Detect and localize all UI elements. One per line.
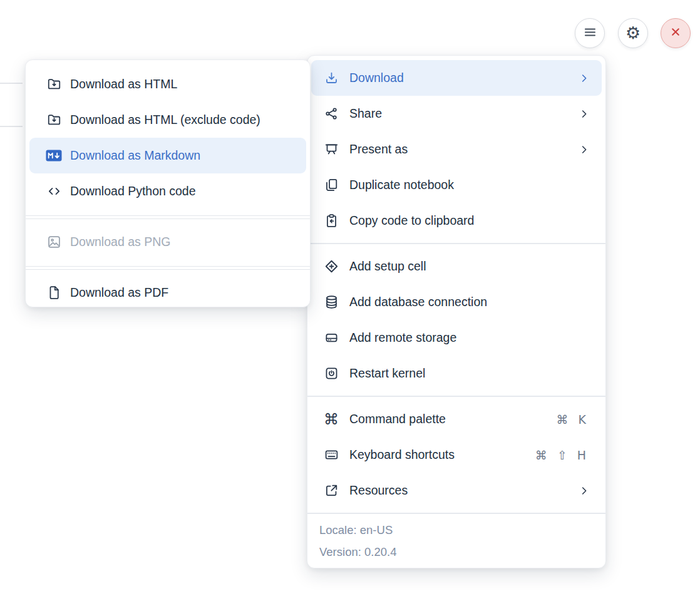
- duplicate-icon: [323, 177, 339, 193]
- command-icon: ⌘: [323, 411, 339, 428]
- external-link-icon: [323, 483, 339, 499]
- folder-download-icon: [46, 112, 62, 128]
- menu-item-label: Present as: [349, 142, 579, 157]
- power-icon: [323, 366, 339, 382]
- background-rule-line: [0, 83, 23, 84]
- menu-item-add-remote-storage[interactable]: Add remote storage: [311, 320, 602, 356]
- menu-item-label: Restart kernel: [349, 366, 589, 381]
- download-submenu: Download as HTMLDownload as HTML (exclud…: [25, 59, 311, 307]
- presentation-icon: [323, 141, 339, 158]
- version-text: Version: 0.20.4: [307, 541, 605, 563]
- menu-item-download-as-html-exclude-code[interactable]: Download as HTML (exclude code): [29, 102, 306, 138]
- hamburger-icon: [582, 24, 598, 43]
- menu-item-command-palette[interactable]: ⌘Command palette⌘ K: [311, 401, 602, 437]
- share-icon: [323, 106, 339, 122]
- menu-section: Add setup cellAdd database connectionAdd…: [307, 249, 605, 391]
- code-icon: [46, 183, 62, 200]
- menu-item-resources[interactable]: Resources: [311, 473, 602, 508]
- folder-download-icon: [46, 76, 62, 93]
- menu-item-add-database-connection[interactable]: Add database connection: [311, 284, 602, 320]
- menu-item-label: Download Python code: [70, 184, 295, 198]
- menu-item-share[interactable]: Share: [311, 96, 602, 131]
- menu-item-keyboard-shortcuts[interactable]: Keyboard shortcuts⌘ ⇧ H: [311, 437, 602, 473]
- shortcut-hint: ⌘ ⇧ H: [535, 448, 589, 462]
- menu-item-duplicate-notebook[interactable]: Duplicate notebook: [311, 167, 602, 203]
- menu-divider: [26, 266, 310, 270]
- menu-section: Download as HTMLDownload as HTML (exclud…: [26, 66, 310, 209]
- chevron-right-icon: [579, 486, 589, 496]
- database-icon: [323, 294, 339, 311]
- close-icon: [668, 24, 683, 42]
- plus-diamond-icon: [323, 259, 339, 275]
- menu-item-label: Keyboard shortcuts: [349, 448, 535, 462]
- menu-item-label: Download as PDF: [70, 285, 295, 300]
- image-icon: [46, 234, 62, 250]
- notebook-options-menu: DownloadSharePresent asDuplicate noteboo…: [307, 55, 606, 568]
- menu-item-label: Resources: [349, 483, 579, 498]
- menu-footer: Locale: en-USVersion: 0.20.4: [307, 513, 605, 567]
- menu-section: Download as PNG: [26, 224, 310, 260]
- download-icon: [323, 70, 339, 86]
- menu-item-label: Duplicate notebook: [349, 178, 589, 192]
- menu-item-copy-code-to-clipboard[interactable]: Copy code to clipboard: [311, 203, 602, 239]
- menu-section: Download as PDF: [26, 275, 310, 311]
- menu-item-download-as-html[interactable]: Download as HTML: [29, 66, 306, 102]
- chevron-right-icon: [579, 145, 589, 155]
- menu-section: DownloadSharePresent asDuplicate noteboo…: [307, 60, 605, 239]
- menu-item-label: Download as PNG: [70, 235, 295, 249]
- storage-icon: [323, 330, 339, 346]
- menu-item-label: Download as Markdown: [70, 148, 295, 163]
- menu-item-download-as-markdown[interactable]: Download as Markdown: [29, 138, 306, 173]
- hamburger-menu-button[interactable]: [575, 18, 605, 48]
- menu-item-download-python-code[interactable]: Download Python code: [29, 173, 306, 209]
- gear-icon: ⚙: [625, 25, 641, 42]
- locale-text: Locale: en-US: [307, 519, 605, 541]
- menu-divider: [307, 396, 605, 397]
- file-icon: [46, 285, 62, 301]
- menu-section: ⌘Command palette⌘ KKeyboard shortcuts⌘ ⇧…: [307, 401, 605, 508]
- menu-divider: [307, 243, 605, 244]
- menu-item-download-as-png: Download as PNG: [29, 224, 306, 260]
- menu-item-label: Download as HTML (exclude code): [70, 113, 295, 127]
- close-button[interactable]: [661, 18, 691, 48]
- background-rule-line: [0, 126, 23, 127]
- menu-item-label: Share: [349, 106, 579, 121]
- menu-item-restart-kernel[interactable]: Restart kernel: [311, 356, 602, 391]
- clipboard-copy-icon: [323, 213, 339, 229]
- menu-item-download[interactable]: Download: [311, 60, 602, 96]
- menu-divider: [26, 215, 310, 219]
- menu-item-label: Download: [349, 71, 579, 85]
- menu-item-add-setup-cell[interactable]: Add setup cell: [311, 249, 602, 284]
- keyboard-icon: [323, 447, 339, 463]
- menu-item-present-as[interactable]: Present as: [311, 131, 602, 167]
- menu-item-label: Command palette: [349, 412, 557, 426]
- menu-item-label: Copy code to clipboard: [349, 213, 589, 228]
- chevron-right-icon: [579, 73, 589, 83]
- menu-item-label: Add setup cell: [349, 259, 589, 274]
- shortcut-hint: ⌘ K: [557, 413, 590, 426]
- chevron-right-icon: [579, 109, 589, 119]
- settings-button[interactable]: ⚙: [618, 18, 648, 48]
- menu-item-label: Add remote storage: [349, 331, 589, 345]
- menu-item-download-as-pdf[interactable]: Download as PDF: [29, 275, 306, 311]
- menu-item-label: Add database connection: [349, 295, 589, 309]
- menu-item-label: Download as HTML: [70, 77, 295, 91]
- markdown-download-icon: [46, 148, 62, 164]
